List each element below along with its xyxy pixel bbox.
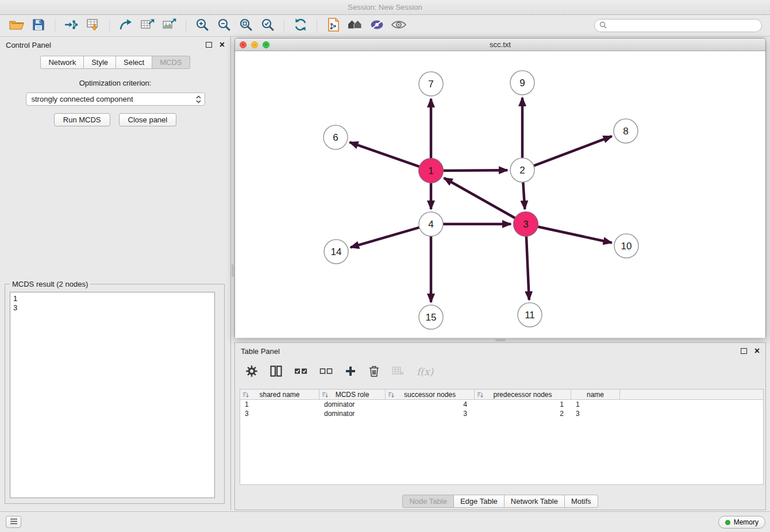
tab-node-table[interactable]: Node Table bbox=[402, 495, 454, 508]
graph-node-label-14: 14 bbox=[331, 246, 342, 257]
network-overview-button[interactable] bbox=[344, 17, 366, 34]
float-table-panel-icon[interactable] bbox=[741, 348, 747, 354]
unselect-all-button[interactable] bbox=[319, 367, 333, 377]
graph-node-label-2: 2 bbox=[519, 165, 525, 176]
double-home-icon bbox=[347, 18, 363, 33]
column-label: shared name bbox=[259, 391, 299, 399]
zoom-in-button[interactable] bbox=[191, 17, 213, 34]
memory-status-dot bbox=[725, 520, 730, 525]
save-session-button[interactable] bbox=[28, 17, 49, 34]
network-canvas[interactable]: 7968124314101511 bbox=[235, 51, 765, 338]
close-table-panel-icon[interactable]: × bbox=[754, 346, 760, 356]
search-input[interactable] bbox=[610, 22, 757, 30]
graph-edge-1-6[interactable] bbox=[350, 142, 420, 167]
cell-shared-name: 1 bbox=[240, 400, 319, 408]
mcds-result-list[interactable]: 1 3 bbox=[10, 292, 215, 498]
control-panel-title: Control Panel bbox=[6, 41, 51, 49]
window-zoom-light[interactable]: + bbox=[263, 41, 270, 48]
column-header-mcds-role[interactable]: MCDS role bbox=[319, 390, 386, 399]
column-label: successor nodes bbox=[404, 391, 456, 399]
export-network-button[interactable] bbox=[115, 17, 137, 34]
vertical-splitter-handle[interactable] bbox=[232, 264, 234, 277]
table-panel-header: Table Panel × bbox=[235, 343, 765, 359]
floppy-disk-icon bbox=[32, 18, 45, 33]
graph-node-label-11: 11 bbox=[525, 310, 535, 321]
tab-network-table[interactable]: Network Table bbox=[504, 495, 565, 508]
main-toolbar bbox=[0, 15, 770, 37]
apply-layout-button[interactable] bbox=[290, 17, 311, 34]
graph-edge-2-8[interactable] bbox=[534, 136, 612, 165]
zoom-in-icon bbox=[195, 17, 210, 34]
plus-icon bbox=[345, 365, 356, 379]
float-panel-icon[interactable] bbox=[206, 42, 212, 48]
control-panel-tabs: Network Style Select MCDS bbox=[0, 56, 230, 69]
table-panel-title: Table Panel bbox=[241, 347, 280, 356]
column-header-predecessor-nodes[interactable]: predecessor nodes bbox=[475, 390, 571, 399]
add-row-button[interactable] bbox=[345, 365, 356, 379]
graph-node-label-4: 4 bbox=[428, 219, 433, 230]
unchecked-boxes-icon bbox=[319, 367, 333, 377]
optimization-criterion-label: Optimization criterion: bbox=[0, 79, 230, 87]
delete-table-button[interactable] bbox=[392, 366, 405, 378]
delete-row-button[interactable] bbox=[368, 365, 380, 379]
column-header-successor-nodes[interactable]: successor nodes bbox=[386, 390, 475, 399]
horizontal-splitter-handle[interactable] bbox=[495, 339, 506, 341]
sort-icon bbox=[388, 391, 394, 400]
memory-button[interactable]: Memory bbox=[718, 516, 765, 529]
gear-icon bbox=[245, 365, 258, 379]
column-header-shared-name[interactable]: shared name bbox=[240, 390, 319, 399]
zoom-fit-button[interactable] bbox=[235, 17, 257, 34]
window-title: Session: New Session bbox=[348, 3, 422, 11]
mcds-result-line: 1 bbox=[13, 294, 211, 303]
table-options-button[interactable] bbox=[245, 365, 258, 379]
search-box[interactable] bbox=[594, 19, 762, 32]
import-network-button[interactable] bbox=[60, 17, 82, 34]
close-panel-icon[interactable]: × bbox=[220, 40, 225, 49]
tab-style[interactable]: Style bbox=[83, 56, 116, 69]
graph-edge-2-3[interactable] bbox=[523, 182, 525, 209]
criterion-dropdown[interactable]: strongly connected component bbox=[26, 92, 205, 106]
graph-node-label-1: 1 bbox=[428, 165, 433, 176]
graph-edge-1-2[interactable] bbox=[443, 170, 507, 171]
table-row[interactable]: 1 dominator 4 1 1 bbox=[240, 400, 763, 409]
export-table-button[interactable] bbox=[137, 17, 159, 34]
tab-select[interactable]: Select bbox=[116, 56, 152, 69]
tab-edge-table[interactable]: Edge Table bbox=[453, 495, 505, 508]
zoom-out-button[interactable] bbox=[213, 17, 235, 34]
select-all-button[interactable] bbox=[294, 367, 307, 377]
open-session-button[interactable] bbox=[6, 17, 28, 34]
control-panel: Control Panel × Network Style Select MCD… bbox=[0, 37, 231, 510]
column-header-name[interactable]: name bbox=[571, 390, 620, 399]
tab-mcds[interactable]: MCDS bbox=[152, 56, 190, 69]
show-hide-details-button[interactable] bbox=[388, 17, 410, 34]
show-columns-button[interactable] bbox=[270, 365, 282, 379]
application-window: Session: New Session bbox=[0, 0, 770, 532]
column-label: name bbox=[587, 391, 604, 399]
run-mcds-button[interactable]: Run MCDS bbox=[54, 113, 110, 126]
node-table-header: shared name MCDS role successor nodes pr… bbox=[240, 390, 763, 400]
graph-edge-3-10[interactable] bbox=[538, 227, 612, 243]
task-history-button[interactable] bbox=[6, 516, 21, 528]
graph-edge-4-14[interactable] bbox=[351, 228, 419, 248]
tab-network[interactable]: Network bbox=[40, 56, 84, 69]
graph-edge-3-11[interactable] bbox=[526, 236, 529, 300]
graph-node-label-15: 15 bbox=[426, 312, 437, 323]
network-graph[interactable]: 7968124314101511 bbox=[235, 51, 765, 338]
graphics-details-button[interactable] bbox=[366, 17, 388, 34]
table-row[interactable]: 3 dominator 3 2 3 bbox=[240, 409, 763, 418]
cell-predecessor-nodes: 1 bbox=[475, 400, 571, 408]
import-table-button[interactable] bbox=[82, 17, 104, 34]
network-document-button[interactable] bbox=[322, 17, 344, 34]
close-panel-button[interactable]: Close panel bbox=[119, 113, 177, 126]
graph-node-label-8: 8 bbox=[623, 126, 628, 137]
zoom-fit-icon bbox=[238, 17, 253, 34]
export-image-button[interactable] bbox=[159, 17, 180, 34]
graph-edge-3-1[interactable] bbox=[444, 178, 515, 218]
cell-successor-nodes: 4 bbox=[386, 400, 475, 408]
delete-table-icon bbox=[392, 366, 405, 378]
function-builder-button[interactable]: f(x) bbox=[417, 366, 433, 377]
window-close-light[interactable]: × bbox=[240, 41, 247, 48]
window-minimize-light[interactable]: − bbox=[251, 41, 258, 48]
zoom-selected-button[interactable] bbox=[257, 17, 279, 34]
tab-motifs[interactable]: Motifs bbox=[564, 495, 598, 508]
